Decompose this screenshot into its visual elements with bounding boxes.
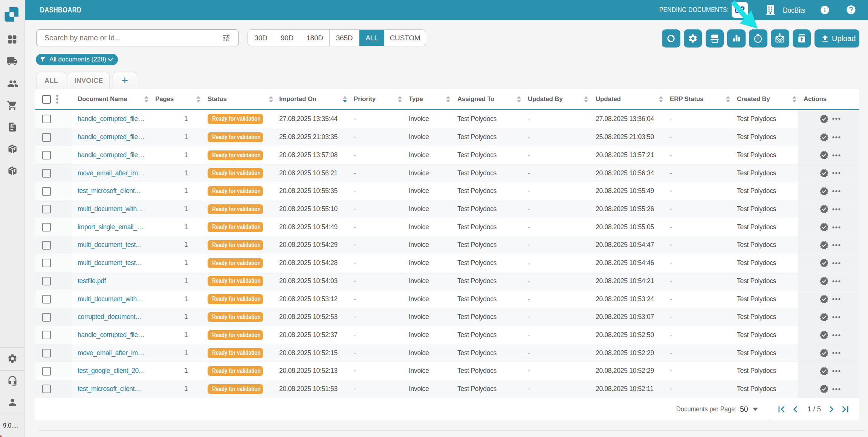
svg-text:$: $ — [10, 123, 12, 128]
